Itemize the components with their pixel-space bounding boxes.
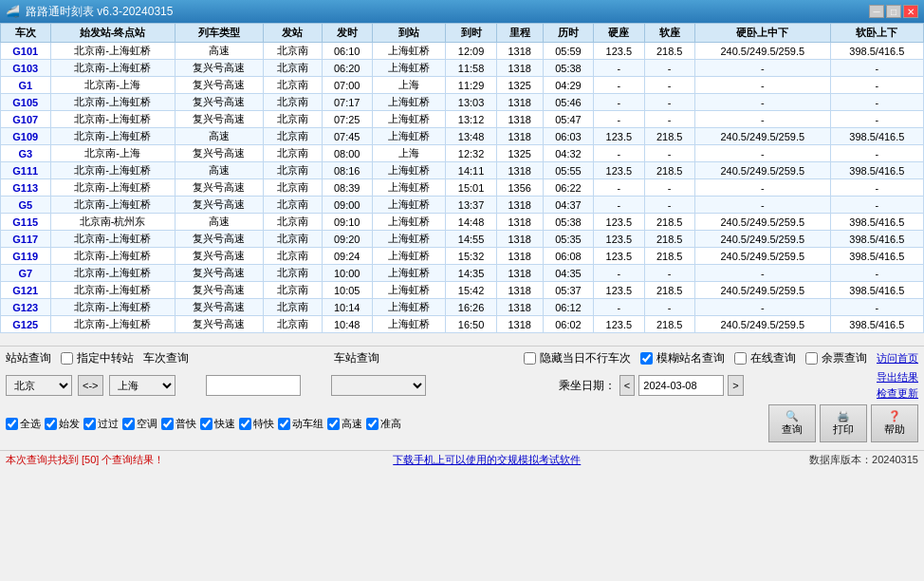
table-cell: - [644, 145, 694, 162]
table-cell: 06:12 [543, 299, 593, 316]
from-city-select[interactable]: 北京 [6, 375, 72, 396]
table-row[interactable]: G5北京南-上海虹桥复兴号高速北京南09:00上海虹桥13:37131804:3… [1, 197, 924, 214]
date-input[interactable] [638, 375, 724, 396]
minimize-button[interactable]: ─ [869, 5, 884, 18]
all-select-checkbox[interactable] [6, 418, 18, 430]
transfer-checkbox[interactable] [61, 352, 73, 365]
table-cell: 240.5/249.5/259.5 [694, 162, 830, 179]
to-city-select[interactable]: 上海 [109, 375, 176, 396]
table-cell: 05:55 [543, 162, 593, 179]
table-cell: 北京南 [264, 43, 322, 60]
quasi-highspeed-checkbox[interactable] [366, 418, 379, 430]
remain-ticket-checkbox[interactable] [805, 352, 818, 365]
fuzzy-search-checkbox[interactable] [640, 352, 653, 365]
table-cell: - [830, 299, 923, 316]
pass-checkbox[interactable] [83, 418, 96, 430]
table-cell: 05:37 [543, 282, 593, 299]
table-row[interactable]: G113北京南-上海虹桥复兴号高速北京南08:39上海虹桥15:01135606… [1, 179, 924, 197]
col-distance: 里程 [496, 24, 543, 43]
table-cell: - [694, 179, 830, 197]
table-cell: 398.5/416.5 [830, 282, 923, 299]
table-cell: - [694, 60, 830, 77]
maximize-button[interactable]: □ [886, 5, 901, 18]
station-browse-label: 车站查询 [334, 350, 379, 366]
help-button[interactable]: ❓ 帮助 [871, 404, 918, 442]
origin-checkbox[interactable] [45, 418, 57, 430]
ordinary-group: 普快 [161, 417, 196, 431]
visit-home-link[interactable]: 访问首页 [877, 351, 918, 365]
hide-cancelled-checkbox[interactable] [524, 352, 536, 365]
next-date-button[interactable]: > [728, 375, 743, 396]
table-cell: 高速 [175, 214, 264, 231]
table-cell: 218.5 [644, 248, 694, 265]
table-cell: - [644, 265, 694, 282]
table-row[interactable]: G7北京南-上海虹桥复兴号高速北京南10:00上海虹桥14:35131804:3… [1, 265, 924, 282]
check-update-link[interactable]: 检查更新 [877, 386, 918, 401]
ac-checkbox[interactable] [122, 418, 135, 430]
table-cell: 398.5/416.5 [830, 231, 923, 248]
app-title: 路路通时刻表 v6.3-20240315 [26, 4, 173, 20]
close-button[interactable]: ✕ [903, 5, 918, 18]
table-row[interactable]: G3北京南-上海复兴号高速北京南08:00上海12:32132504:32---… [1, 145, 924, 162]
table-cell: 240.5/249.5/259.5 [694, 43, 830, 60]
train-table-wrapper: 车次 始发站-终点站 列车类型 发站 发时 到站 到时 里程 历时 硬座 软座 … [0, 23, 924, 346]
table-cell: 123.5 [594, 128, 644, 145]
origin-label: 始发 [59, 417, 80, 431]
express-checkbox[interactable] [239, 418, 251, 430]
table-cell: 北京南-上海虹桥 [50, 60, 175, 77]
ordinary-checkbox[interactable] [161, 418, 174, 430]
table-cell: 06:02 [543, 316, 593, 333]
remain-ticket-label: 余票查询 [822, 350, 867, 366]
table-row[interactable]: G103北京南-上海虹桥复兴号高速北京南06:20上海虹桥11:58131805… [1, 60, 924, 77]
table-row[interactable]: G121北京南-上海虹桥复兴号高速北京南10:05上海虹桥15:42131805… [1, 282, 924, 299]
download-link[interactable]: 下载手机上可以使用的交规模拟考试软件 [393, 453, 581, 467]
table-row[interactable]: G105北京南-上海虹桥复兴号高速北京南07:17上海虹桥13:03131805… [1, 94, 924, 111]
table-row[interactable]: G125北京南-上海虹桥复兴号高速北京南10:48上海虹桥16:50131806… [1, 316, 924, 333]
remain-ticket-group: 余票查询 [805, 350, 867, 366]
online-query-checkbox[interactable] [734, 352, 747, 365]
query-button[interactable]: 🔍 查询 [768, 404, 816, 442]
table-cell: 10:48 [322, 316, 372, 333]
table-row[interactable]: G117北京南-上海虹桥复兴号高速北京南09:20上海虹桥14:55131805… [1, 231, 924, 248]
table-header-row: 车次 始发站-终点站 列车类型 发站 发时 到站 到时 里程 历时 硬座 软座 … [1, 24, 924, 43]
table-cell: 复兴号高速 [175, 60, 264, 77]
col-hard-seat: 硬座 [594, 24, 644, 43]
prev-date-button[interactable]: < [619, 375, 635, 396]
train-num-input[interactable] [206, 375, 301, 396]
table-cell: 高速 [175, 43, 264, 60]
table-row[interactable]: G109北京南-上海虹桥高速北京南07:45上海虹桥13:48131806:03… [1, 128, 924, 145]
table-cell: 06:08 [543, 248, 593, 265]
emu-checkbox[interactable] [278, 418, 290, 430]
print-button[interactable]: 🖨️ 打印 [820, 404, 867, 442]
table-cell: - [694, 299, 830, 316]
table-cell: 09:00 [322, 197, 372, 214]
table-row[interactable]: G123北京南-上海虹桥复兴号高速北京南10:14上海虹桥16:26131806… [1, 299, 924, 316]
table-row[interactable]: G119北京南-上海虹桥复兴号高速北京南09:24上海虹桥15:32131806… [1, 248, 924, 265]
table-cell: 04:37 [543, 197, 593, 214]
export-result-link[interactable]: 导出结果 [877, 370, 918, 384]
table-row[interactable]: G101北京南-上海虹桥高速北京南06:10上海虹桥12:09131805:59… [1, 43, 924, 60]
swap-cities-button[interactable]: <-> [78, 375, 103, 396]
table-cell: - [694, 94, 830, 111]
table-row[interactable]: G115北京南-杭州东高速北京南09:10上海虹桥14:48131805:381… [1, 214, 924, 231]
table-cell: 12:09 [446, 43, 496, 60]
table-cell: 04:29 [543, 77, 593, 94]
query-label: 查询 [782, 422, 803, 437]
highspeed-checkbox[interactable] [327, 418, 340, 430]
print-label: 打印 [833, 422, 854, 437]
fast-checkbox[interactable] [200, 418, 213, 430]
table-cell: 复兴号高速 [175, 282, 264, 299]
table-row[interactable]: G107北京南-上海虹桥复兴号高速北京南07:25上海虹桥13:12131805… [1, 111, 924, 128]
table-row[interactable]: G1北京南-上海复兴号高速北京南07:00上海11:29132504:29---… [1, 77, 924, 94]
all-select-label: 全选 [20, 417, 41, 431]
table-cell: 上海虹桥 [372, 43, 445, 60]
table-cell: - [694, 77, 830, 94]
station-select[interactable] [331, 375, 426, 396]
all-select-group: 全选 [6, 417, 41, 431]
table-cell: 09:20 [322, 231, 372, 248]
table-cell: - [594, 197, 644, 214]
table-cell: - [830, 77, 923, 94]
from-city-group: 北京 [6, 375, 72, 396]
table-row[interactable]: G111北京南-上海虹桥高速北京南08:16上海虹桥14:11131805:55… [1, 162, 924, 179]
table-cell: 1318 [496, 248, 543, 265]
